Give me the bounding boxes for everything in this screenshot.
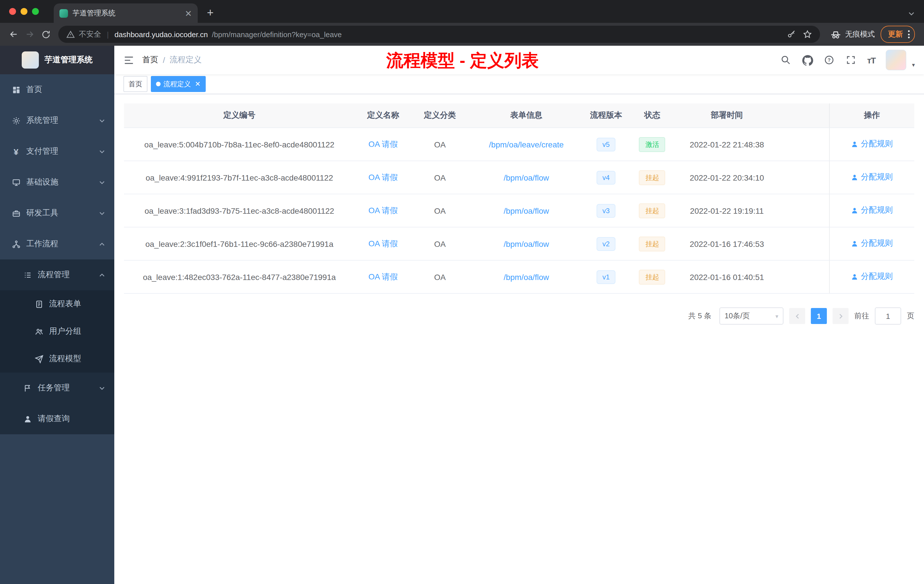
browser-window: 芋道管理系统 ✕ + 不安全 | dashboard.yudao.iocoder…: [0, 0, 924, 584]
browser-tab[interactable]: 芋道管理系统 ✕: [54, 3, 198, 23]
definition-table: 定义编号 定义名称 定义分类 表单信息 流程版本 状态 部署时间 操作: [124, 104, 914, 294]
sidebar-item-infrastructure[interactable]: 基础设施: [0, 167, 114, 198]
sidebar-item-process-management[interactable]: 流程管理: [0, 259, 114, 290]
category-cell: OA: [411, 161, 468, 194]
spacer-cell: [777, 161, 830, 194]
assign-rule-link[interactable]: 分配规则: [851, 139, 893, 149]
sidebar-toggle-icon[interactable]: [124, 54, 134, 66]
browser-menu-icon[interactable]: [908, 30, 910, 38]
user-icon: [851, 207, 858, 214]
forward-icon[interactable]: [22, 26, 38, 42]
tag-process-definition[interactable]: 流程定义 ✕: [151, 76, 206, 92]
sidebar-logo[interactable]: 芋道管理系统: [0, 46, 114, 74]
zoom-window-button[interactable]: [32, 8, 39, 15]
definition-name-link[interactable]: OA 请假: [369, 272, 398, 281]
sidebar-item-process-form[interactable]: 流程表单: [0, 290, 114, 318]
col-actions: 操作: [830, 104, 914, 128]
spacer-cell: [777, 227, 830, 260]
user-icon: [851, 273, 858, 280]
github-icon[interactable]: [802, 54, 813, 66]
sidebar-item-dev-tools[interactable]: 研发工具: [0, 198, 114, 229]
definition-name-link[interactable]: OA 请假: [369, 239, 398, 248]
deploy-time-cell: 2022-01-22 20:34:10: [676, 161, 777, 194]
definition-name-link[interactable]: OA 请假: [369, 172, 398, 181]
tab-strip: 芋道管理系统 ✕ +: [0, 0, 924, 23]
definition-name-link[interactable]: OA 请假: [369, 205, 398, 214]
help-icon[interactable]: ?: [824, 54, 835, 66]
sidebar-item-label: 请假查询: [38, 414, 105, 424]
form-link[interactable]: /bpm/oa/leave/create: [489, 140, 564, 149]
table-header-row: 定义编号 定义名称 定义分类 表单信息 流程版本 状态 部署时间 操作: [124, 104, 914, 128]
assign-rule-link[interactable]: 分配规则: [851, 239, 893, 249]
bookmark-star-icon[interactable]: [803, 30, 812, 39]
sidebar-item-leave-query[interactable]: 请假查询: [0, 403, 114, 434]
status-badge: 挂起: [639, 170, 665, 185]
definition-id-cell: oa_leave:3:1fad3d93-7b75-11ec-a3c8-acde4…: [124, 194, 355, 227]
close-icon[interactable]: ✕: [195, 81, 201, 87]
form-icon: [34, 299, 43, 308]
tab-close-icon[interactable]: ✕: [185, 9, 192, 17]
sidebar-item-workflow[interactable]: 工作流程: [0, 229, 114, 259]
dashboard-icon: [12, 85, 21, 94]
breadcrumb-home[interactable]: 首页: [142, 55, 158, 65]
category-cell: OA: [411, 128, 468, 161]
spacer-cell: [777, 128, 830, 161]
form-link[interactable]: /bpm/oa/flow: [504, 173, 549, 182]
fullscreen-icon[interactable]: [845, 54, 857, 66]
prev-page-button[interactable]: [789, 308, 805, 324]
goto-page-input[interactable]: [875, 307, 901, 325]
pagination-total: 共 5 条: [688, 311, 711, 321]
sidebar-item-label: 基础设施: [26, 177, 93, 187]
sidebar-item-task-management[interactable]: 任务管理: [0, 373, 114, 403]
url-bar[interactable]: 不安全 | dashboard.yudao.iocoder.cn/bpm/man…: [58, 26, 820, 43]
incognito-icon: [830, 29, 841, 40]
sidebar-item-system[interactable]: 系统管理: [0, 105, 114, 136]
definition-id-cell: oa_leave:5:004b710b-7b8a-11ec-8ef0-acde4…: [124, 128, 355, 161]
tags-view: 首页 流程定义 ✕: [114, 74, 924, 94]
page-number-button[interactable]: 1: [811, 308, 827, 324]
avatar-caret-icon[interactable]: ▾: [912, 62, 915, 68]
pagination: 共 5 条 10条/页 ▾ 1 前往 页: [124, 307, 914, 325]
col-form-info: 表单信息: [468, 104, 584, 128]
deploy-time-cell: 2022-01-22 21:48:38: [676, 128, 777, 161]
reload-icon[interactable]: [38, 26, 54, 42]
tag-label: 流程定义: [163, 79, 191, 89]
yen-icon: ¥: [12, 147, 21, 156]
form-link[interactable]: /bpm/oa/flow: [504, 272, 549, 281]
sidebar-item-label: 系统管理: [26, 115, 93, 126]
version-tag: v5: [597, 137, 615, 151]
assign-rule-link[interactable]: 分配规则: [851, 272, 893, 282]
assign-rule-label: 分配规则: [861, 272, 893, 282]
tag-label: 首页: [129, 79, 142, 89]
table-row: oa_leave:1:482ec033-762a-11ec-8477-a2380…: [124, 260, 914, 294]
tab-search-chevron-icon[interactable]: [908, 10, 915, 17]
font-size-icon[interactable]: тT: [867, 55, 875, 65]
update-chip[interactable]: 更新: [881, 26, 915, 43]
assign-rule-link[interactable]: 分配规则: [851, 205, 893, 216]
tag-home[interactable]: 首页: [124, 76, 147, 92]
new-tab-button[interactable]: +: [202, 5, 218, 21]
monitor-icon: [12, 178, 21, 187]
form-link[interactable]: /bpm/oa/flow: [504, 206, 549, 215]
page-size-select[interactable]: 10条/页 ▾: [719, 307, 784, 325]
minimize-window-button[interactable]: [21, 8, 27, 15]
version-tag: v2: [597, 237, 615, 251]
close-window-button[interactable]: [9, 8, 16, 15]
sidebar-item-label: 研发工具: [26, 208, 93, 218]
table-row: oa_leave:2:3c1f0ef1-76b1-11ec-9c66-a2380…: [124, 227, 914, 260]
status-badge: 挂起: [639, 203, 665, 218]
sidebar-item-home[interactable]: 首页: [0, 74, 114, 105]
next-page-button[interactable]: [833, 308, 848, 324]
form-link[interactable]: /bpm/oa/flow: [504, 239, 549, 248]
password-key-icon[interactable]: [787, 30, 796, 39]
assign-rule-link[interactable]: 分配规则: [851, 172, 893, 183]
sidebar-item-user-group[interactable]: 用户分组: [0, 318, 114, 345]
definition-name-link[interactable]: OA 请假: [369, 139, 398, 148]
table-row: oa_leave:5:004b710b-7b8a-11ec-8ef0-acde4…: [124, 128, 914, 161]
sidebar-item-label: 支付管理: [26, 146, 93, 157]
sidebar-item-payment[interactable]: ¥ 支付管理: [0, 136, 114, 167]
avatar[interactable]: [886, 50, 906, 70]
sidebar-item-process-model[interactable]: 流程模型: [0, 345, 114, 373]
search-icon[interactable]: [780, 54, 792, 66]
back-icon[interactable]: [6, 26, 22, 42]
